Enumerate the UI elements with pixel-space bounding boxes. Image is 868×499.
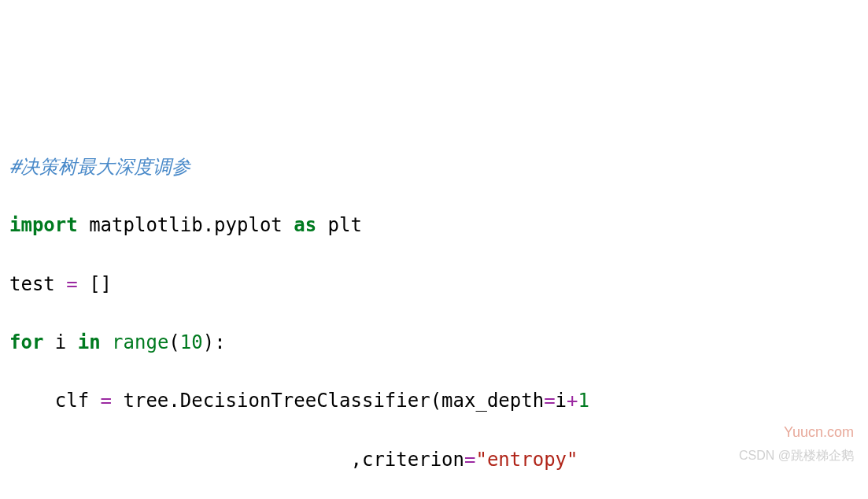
num-1: 1 (578, 390, 589, 412)
op-eq: = (464, 449, 475, 471)
module-name: matplotlib.pyplot (89, 214, 283, 236)
op-eq: = (101, 390, 112, 412)
kw-import: import (9, 214, 78, 236)
comma: , (350, 449, 361, 471)
code-line: import matplotlib.pyplot as plt (9, 211, 859, 240)
code-line: clf = tree.DecisionTreeClassifier(max_de… (9, 386, 859, 416)
code-line: ,criterion="entropy" (9, 445, 859, 475)
code-line: test = [] (9, 270, 859, 299)
watermark-csdn: CSDN @跳楼梯企鹅 (739, 446, 854, 466)
lparen: ( (430, 390, 441, 412)
callable: tree.DecisionTreeClassifier (124, 390, 430, 412)
kwarg: criterion (362, 449, 464, 471)
kwarg: max_depth (441, 390, 544, 412)
op-eq: = (66, 273, 77, 295)
var-i: i (556, 390, 567, 412)
colon: : (214, 331, 225, 353)
var-clf: clf (55, 390, 89, 412)
kw-in: in (78, 331, 101, 353)
string: "entropy" (475, 449, 578, 471)
num-10: 10 (180, 331, 203, 353)
var-i: i (55, 331, 66, 353)
code-block: #决策树最大深度调参 import matplotlib.pyplot as p… (9, 124, 859, 499)
lparen: ( (168, 331, 179, 353)
op-eq: = (544, 390, 555, 412)
var: test (9, 273, 55, 295)
builtin-range: range (112, 331, 168, 353)
op-plus: + (567, 390, 578, 412)
kw-for: for (9, 331, 43, 353)
empty-list: [] (89, 273, 112, 295)
comment: #决策树最大深度调参 (9, 156, 190, 178)
code-line: for i in range(10): (9, 328, 859, 357)
watermark-yuucn: Yuucn.com (784, 422, 854, 444)
code-line: #决策树最大深度调参 (9, 153, 859, 182)
kw-as: as (294, 214, 316, 236)
alias: plt (328, 214, 362, 236)
rparen: ) (203, 331, 214, 353)
